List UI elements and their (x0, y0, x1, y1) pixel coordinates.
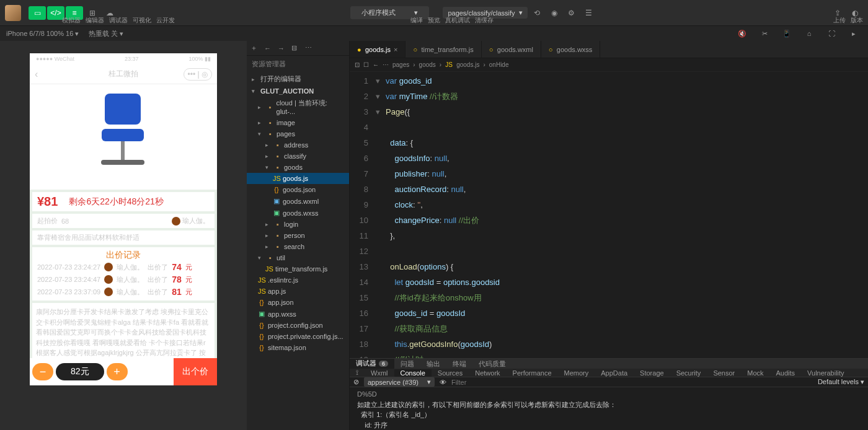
fold-column[interactable]: ▾ ▾ ▾ (376, 72, 386, 358)
tab-problems[interactable]: 问题 (394, 359, 420, 369)
file-project-private[interactable]: {}project.private.config.js... (247, 331, 349, 342)
editor-tab[interactable]: ○ goods.wxml (482, 41, 541, 58)
back-icon[interactable]: ← (373, 61, 379, 68)
simulator-toggle[interactable]: ▭ (29, 6, 46, 20)
bookmark-icon[interactable]: ☐ (363, 61, 369, 68)
folder-person[interactable]: ▸▪person (247, 230, 349, 241)
subtab-audits[interactable]: Audits (770, 369, 802, 377)
file-icon: ● (357, 46, 362, 53)
file-app-js[interactable]: JSapp.js (247, 286, 349, 297)
folder-util[interactable]: ▾▪util (247, 252, 349, 263)
filter-input[interactable] (451, 379, 813, 386)
subtab-mock[interactable]: Mock (741, 369, 769, 377)
tab-output[interactable]: 输出 (420, 359, 446, 369)
avatar-icon (172, 217, 180, 226)
project-avatar[interactable] (5, 5, 21, 21)
subtab-wxml[interactable]: Wxml (365, 369, 394, 377)
tab-debugger[interactable]: 调试器6 (350, 359, 394, 369)
more-icon[interactable]: ⋯ (305, 44, 314, 52)
subtab-appdata[interactable]: AppData (595, 369, 634, 377)
rotate-icon[interactable]: 📱 (779, 27, 795, 40)
hot-reload-toggle[interactable]: 热重载 关 ▾ (89, 29, 123, 38)
editor-tab[interactable]: ○ time_transform.js (405, 41, 481, 58)
avatar-icon (104, 287, 113, 296)
capsule-menu[interactable]: ••• | ◎ (184, 68, 212, 81)
file-app-json[interactable]: {}app.json (247, 297, 349, 308)
open-editors-section[interactable]: ▸打开的编辑器 (247, 72, 349, 86)
fullscreen-icon[interactable]: ⛶ (823, 27, 839, 40)
more-icon[interactable]: ⋯ (383, 61, 389, 68)
minus-button[interactable]: − (32, 363, 53, 380)
levels-select[interactable]: Default levels ▾ (818, 378, 864, 386)
main-area: ●●●●● WeChat 23:37 100% ▮▮ ‹ 桂工微拍 ••• | … (0, 41, 868, 430)
subtab-storage[interactable]: Storage (634, 369, 670, 377)
file-project-config[interactable]: {}project.config.json (247, 320, 349, 331)
plus-button[interactable]: + (107, 363, 128, 380)
subtab-console[interactable]: Console (394, 369, 432, 377)
mute-icon[interactable]: 🔇 (734, 27, 750, 40)
collapse-icon[interactable]: ⊟ (291, 44, 300, 52)
console-log[interactable]: D%5D 如建立上述建议的索引，有以下相同前缀的多余索引可以考虑新索引建立完成后… (350, 387, 868, 430)
folder-cloud[interactable]: ▸▪cloud | 当前环境: glut-... (247, 97, 349, 117)
close-icon[interactable]: × (394, 46, 397, 53)
bid-time: 2022-07-23 23:24:27 (37, 263, 100, 271)
debugger-label: 调试器 (109, 16, 128, 25)
bid-input-display[interactable]: 82元 (56, 363, 104, 380)
file-goods-wxss[interactable]: ▣goods.wxss (247, 207, 349, 219)
crumb-symbol[interactable]: onHide (489, 61, 509, 68)
folder-classify[interactable]: ▸▪classify (247, 151, 349, 162)
eye-icon[interactable]: 👁 (440, 379, 446, 386)
subtab-vulnerability[interactable]: Vulnerability (801, 369, 851, 377)
folder-image[interactable]: ▸▪image (247, 117, 349, 128)
home-icon[interactable]: ⌂ (801, 27, 817, 40)
device-select[interactable]: iPhone 6/7/8 100% 16 ▾ (6, 30, 79, 38)
cut-icon[interactable]: ✂ (756, 27, 773, 40)
folder-pages[interactable]: ▾▪pages (247, 128, 349, 139)
subtab-performance[interactable]: Performance (507, 369, 558, 377)
subtab-sensor[interactable]: Sensor (707, 369, 741, 377)
clear-icon[interactable]: ⊘ (353, 378, 359, 386)
file-app-wxss[interactable]: ▣app.wxss (247, 308, 349, 320)
folder-login[interactable]: ▸▪login (247, 219, 349, 230)
crumb-pages[interactable]: pages (392, 61, 409, 68)
preview-button[interactable]: ◉ (546, 6, 562, 20)
file-goods-js[interactable]: JSgoods.js (247, 173, 349, 184)
back-icon[interactable]: ← (264, 45, 273, 52)
carrier-text: ●●●●● WeChat (36, 56, 74, 62)
context-select[interactable]: appservice (#39)▾ (364, 377, 435, 387)
code-body[interactable]: var goods_idvar myTime //计数器Page({ data:… (386, 72, 868, 358)
new-file-icon[interactable]: ＋ (250, 43, 259, 53)
crumb-goods[interactable]: goods (419, 61, 436, 68)
code-editor[interactable]: 12345678910111213141516171819 ▾ ▾ ▾ var … (350, 72, 868, 358)
file-eslintrc[interactable]: JS.eslintrc.js (247, 274, 349, 286)
file-time-transform[interactable]: JStime_transform.js (247, 263, 349, 274)
tab-terminal[interactable]: 终端 (446, 359, 472, 369)
tab-quality[interactable]: 代码质量 (472, 359, 512, 369)
editor-tab[interactable]: ○ goods.wxss (541, 41, 600, 58)
folder-search[interactable]: ▸▪search (247, 241, 349, 252)
more-icon[interactable]: ▸ (846, 27, 862, 40)
subtab-security[interactable]: Security (670, 369, 707, 377)
compile-button[interactable]: ⟲ (529, 6, 545, 20)
file-goods-wxml[interactable]: ▣goods.wxml (247, 195, 349, 207)
forward-icon[interactable]: → (278, 45, 286, 52)
file-sitemap[interactable]: {}sitemap.json (247, 342, 349, 353)
subtab-memory[interactable]: Memory (558, 369, 595, 377)
folder-address[interactable]: ▸▪address (247, 139, 349, 151)
phone-scroll[interactable]: ¥81 剩余6天22小时48分21秒 起拍价 68 瑜人伽。 靠背椅宿舍用品面试… (30, 84, 217, 361)
subtab-sources[interactable]: Sources (432, 369, 469, 377)
crumb-file[interactable]: goods.js (456, 61, 479, 68)
project-root[interactable]: ▾GLUT_AUCTION (247, 86, 349, 97)
back-icon[interactable]: ‹ (35, 69, 38, 80)
clear-cache-button[interactable]: ☰ (581, 6, 597, 20)
subtab-network[interactable]: Network (469, 369, 506, 377)
file-goods-json[interactable]: {}goods.json (247, 184, 349, 195)
inspect-icon[interactable]: ⟟ (350, 369, 365, 377)
editor-tab[interactable]: ● goods.js × (350, 41, 405, 58)
folder-goods[interactable]: ▾▪goods (247, 162, 349, 173)
line-gutter: 12345678910111213141516171819 (350, 72, 376, 358)
submit-bid-button[interactable]: 出个价 (174, 358, 217, 385)
real-device-button[interactable]: ⚙ (564, 6, 580, 20)
breadcrumb[interactable]: ⊡ ☐ ← ⋯ pages› goods› JSgoods.js› onHide (350, 58, 868, 72)
save-icon[interactable]: ⊡ (355, 61, 360, 68)
